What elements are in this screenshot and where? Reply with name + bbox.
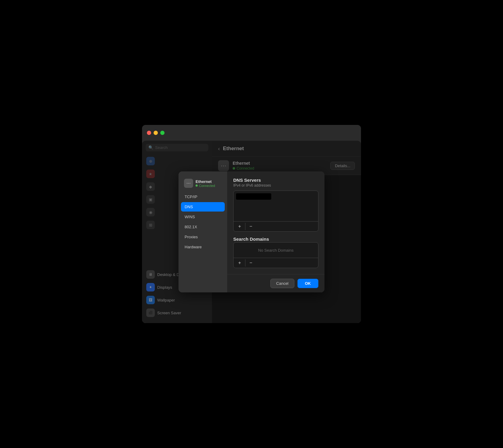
dns-btn-divider bbox=[245, 223, 245, 230]
dialog-nav-item-wins[interactable]: WINS bbox=[181, 212, 225, 222]
search-domains-section: Search Domains No Search Domains + − bbox=[233, 236, 318, 268]
dialog-nav-header: ⋯ Ethernet Connected bbox=[181, 176, 225, 192]
ethernet-dialog: ⋯ Ethernet Connected TCP/IP bbox=[179, 171, 324, 292]
dns-section-subtitle: IPv4 or IPv6 addresses bbox=[233, 183, 318, 188]
dialog-footer: Cancel OK bbox=[227, 274, 324, 292]
dialog-nav-ethernet-icon: ⋯ bbox=[184, 179, 193, 188]
dialog-nav-device-status: Connected bbox=[196, 184, 215, 188]
search-domains-toolbar: + − bbox=[234, 258, 318, 268]
dns-section: DNS Servers IPv4 or IPv6 addresses █████… bbox=[233, 177, 318, 232]
dialog-content: DNS Servers IPv4 or IPv6 addresses █████… bbox=[227, 171, 324, 274]
search-domains-title: Search Domains bbox=[233, 236, 318, 242]
search-domains-remove-button[interactable]: − bbox=[247, 259, 255, 267]
search-domains-btn-divider bbox=[245, 259, 245, 267]
search-domains-empty: No Search Domains bbox=[234, 243, 318, 258]
dns-list-toolbar: + − bbox=[234, 221, 318, 231]
title-bar bbox=[142, 125, 361, 141]
dialog-nav-device-info: Ethernet Connected bbox=[196, 179, 215, 188]
search-domains-add-button[interactable]: + bbox=[236, 259, 243, 267]
dialog-nav-item-hardware[interactable]: Hardware bbox=[181, 242, 225, 252]
ok-button[interactable]: OK bbox=[297, 279, 319, 288]
dns-add-button[interactable]: + bbox=[236, 223, 243, 230]
cancel-button[interactable]: Cancel bbox=[270, 279, 294, 288]
dialog-nav-item-dns[interactable]: DNS bbox=[181, 202, 225, 212]
dialog-nav-item-proxies[interactable]: Proxies bbox=[181, 232, 225, 242]
dialog-nav-connected-dot bbox=[196, 184, 198, 187]
detail-panel: ‹ Ethernet ⋯ Ethernet Connected Details.… bbox=[212, 141, 361, 323]
minimize-button[interactable] bbox=[154, 131, 158, 135]
dns-section-title: DNS Servers bbox=[233, 177, 318, 183]
dialog-nav-item-8021x[interactable]: 802.1X bbox=[181, 222, 225, 232]
maximize-button[interactable] bbox=[160, 131, 165, 135]
dns-list-box: ██████████ + − bbox=[233, 191, 318, 232]
traffic-lights bbox=[147, 131, 165, 135]
dns-remove-button[interactable]: − bbox=[247, 223, 255, 230]
dialog-nav: ⋯ Ethernet Connected TCP/IP bbox=[179, 171, 227, 292]
dialog-layout: ⋯ Ethernet Connected TCP/IP bbox=[179, 171, 324, 292]
close-button[interactable] bbox=[147, 131, 151, 135]
dialog-nav-item-tcpip[interactable]: TCP/IP bbox=[181, 192, 225, 202]
dialog-overlay: ⋯ Ethernet Connected TCP/IP bbox=[142, 141, 361, 323]
search-domains-box: No Search Domains + − bbox=[233, 242, 318, 268]
dns-list-content: ██████████ bbox=[234, 191, 318, 221]
dns-entry-0[interactable]: ██████████ bbox=[236, 193, 271, 200]
dialog-nav-device-name: Ethernet bbox=[196, 179, 215, 184]
